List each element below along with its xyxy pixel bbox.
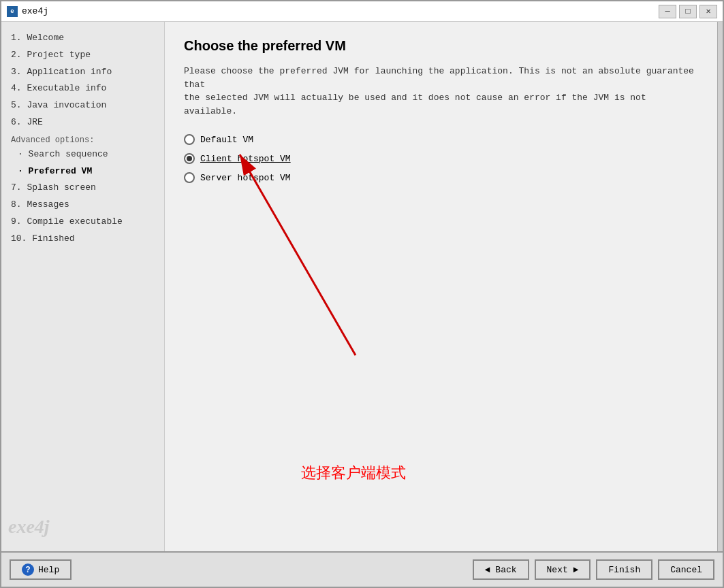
window-title: exe4j: [22, 6, 48, 16]
maximize-button[interactable]: □: [679, 5, 697, 18]
next-label: Next ►: [547, 565, 579, 575]
sidebar-item-executable-info[interactable]: 4. Executable info: [8, 80, 157, 97]
finish-button[interactable]: Finish: [596, 559, 652, 580]
annotation-text: 选择客户端模式: [301, 463, 406, 483]
finish-label: Finish: [608, 565, 640, 575]
sidebar-item-finished[interactable]: 10. Finished: [8, 231, 157, 248]
sidebar-item-project-type[interactable]: 2. Project type: [8, 47, 157, 64]
sidebar-item-compile-executable[interactable]: 9. Compile executable: [8, 214, 157, 231]
radio-server-hotspot-vm-circle: [184, 172, 195, 183]
main-window: e exe4j ─ □ ✕ 1. Welcome 2. Project type…: [0, 0, 724, 588]
vm-radio-group: Default VM Client hotspot VM Server hots…: [184, 134, 698, 183]
footer-right: ◄ Back Next ► Finish Cancel: [473, 559, 714, 580]
title-bar: e exe4j ─ □ ✕: [1, 1, 723, 22]
minimize-button[interactable]: ─: [659, 5, 676, 18]
title-bar-left: e exe4j: [7, 6, 48, 17]
radio-server-hotspot-vm[interactable]: Server hotspot VM: [184, 172, 698, 183]
radio-server-hotspot-vm-label: Server hotspot VM: [200, 173, 291, 183]
app-icon: e: [7, 6, 18, 17]
title-bar-controls: ─ □ ✕: [659, 5, 717, 18]
main-content: 1. Welcome 2. Project type 3. Applicatio…: [1, 22, 723, 551]
advanced-options-label: Advanced options:: [8, 134, 157, 146]
footer-left: ? Help: [10, 559, 467, 580]
radio-client-hotspot-vm-label: Client hotspot VM: [200, 154, 291, 164]
help-icon: ?: [22, 564, 34, 576]
help-label: Help: [38, 565, 59, 575]
sidebar-item-welcome[interactable]: 1. Welcome: [8, 30, 157, 47]
sidebar-item-search-sequence[interactable]: · Search sequence: [8, 146, 157, 163]
sidebar-item-application-info[interactable]: 3. Application info: [8, 64, 157, 81]
radio-default-vm-circle: [184, 134, 195, 145]
sidebar-item-preferred-vm[interactable]: · Preferred VM: [8, 163, 157, 180]
sidebar-item-java-invocation[interactable]: 5. Java invocation: [8, 97, 157, 114]
content-area: Choose the preferred VM Please choose th…: [165, 22, 717, 551]
sidebar-item-splash-screen[interactable]: 7. Splash screen: [8, 180, 157, 197]
description-text: Please choose the preferred JVM for laun…: [184, 65, 698, 118]
help-button[interactable]: ? Help: [10, 559, 72, 580]
svg-line-1: [240, 154, 356, 355]
sidebar-item-messages[interactable]: 8. Messages: [8, 197, 157, 214]
right-edge-handle: [717, 22, 723, 551]
close-button[interactable]: ✕: [699, 5, 717, 18]
back-label: ◄ Back: [485, 565, 517, 575]
radio-default-vm-label: Default VM: [200, 135, 253, 145]
radio-default-vm[interactable]: Default VM: [184, 134, 698, 145]
radio-client-hotspot-vm[interactable]: Client hotspot VM: [184, 153, 698, 164]
page-title: Choose the preferred VM: [184, 38, 698, 54]
cancel-label: Cancel: [670, 565, 702, 575]
sidebar-item-jre[interactable]: 6. JRE: [8, 114, 157, 131]
sidebar-logo: exe4j: [8, 516, 50, 538]
cancel-button[interactable]: Cancel: [658, 559, 714, 580]
back-button[interactable]: ◄ Back: [473, 559, 529, 580]
next-button[interactable]: Next ►: [535, 559, 591, 580]
sidebar: 1. Welcome 2. Project type 3. Applicatio…: [1, 22, 165, 551]
radio-client-hotspot-vm-circle: [184, 153, 195, 164]
footer: ? Help ◄ Back Next ► Finish Cancel: [1, 551, 723, 587]
